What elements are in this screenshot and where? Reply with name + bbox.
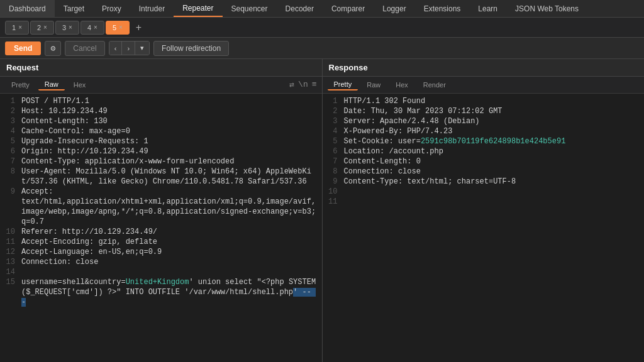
request-tab-pretty[interactable]: Pretty: [5, 80, 36, 90]
response-tab-raw[interactable]: Raw: [360, 80, 387, 90]
request-line-12: 12 Accept-Language: en-US,en;q=0.9: [0, 247, 322, 257]
tab-4-close[interactable]: ×: [94, 24, 97, 31]
request-code-area[interactable]: 1 POST / HTTP/1.1 2 Host: 10.129.234.49 …: [0, 94, 322, 362]
request-line-8: 8 User-Agent: Mozilla/5.0 (Windows NT 10…: [0, 167, 322, 187]
newline-icon[interactable]: \n: [298, 80, 308, 90]
request-tab-icons: ⇄ \n ≡: [289, 80, 316, 90]
request-line-4: 4 Cache-Control: max-age=0: [0, 126, 322, 136]
tab-4[interactable]: 4 ×: [80, 21, 104, 35]
tab-5-close[interactable]: ×: [119, 24, 123, 31]
response-tab-render[interactable]: Render: [417, 80, 452, 90]
response-sub-tabs: Pretty Raw Hex Render: [323, 77, 645, 94]
tab-1-close[interactable]: ×: [18, 24, 22, 31]
menu-dashboard[interactable]: Dashboard: [0, 0, 55, 17]
request-line-2: 2 Host: 10.129.234.49: [0, 106, 322, 116]
menu-comparer[interactable]: Comparer: [323, 0, 374, 17]
follow-redirect-button[interactable]: Follow redirection: [153, 41, 229, 56]
response-line-3: 3 Server: Apache/2.4.48 (Debian): [323, 116, 645, 126]
request-line-3: 3 Content-Length: 130: [0, 116, 322, 126]
response-line-2: 2 Date: Thu, 30 Mar 2023 07:12:02 GMT: [323, 106, 645, 116]
response-pane: Response Pretty Raw Hex Render 1 HTTP/1.…: [323, 59, 645, 362]
main-content: Request Pretty Raw Hex ⇄ \n ≡ 1 POST / H…: [0, 59, 644, 362]
request-sub-tabs: Pretty Raw Hex ⇄ \n ≡: [0, 77, 322, 94]
word-wrap-icon[interactable]: ⇄: [289, 80, 294, 90]
send-button[interactable]: Send: [5, 41, 41, 55]
menu-jwt[interactable]: JSON Web Tokens: [506, 0, 587, 17]
request-line-9: 9 Accept:: [0, 187, 322, 197]
response-tab-pretty[interactable]: Pretty: [328, 79, 358, 90]
nav-forward-button[interactable]: ›: [122, 41, 135, 55]
response-line-10: 10: [323, 187, 645, 197]
more-icon[interactable]: ≡: [312, 80, 317, 90]
response-line-5: 5 Set-Cookie: user=2591c98b70119fe624898…: [323, 136, 645, 146]
request-line-7: 7 Content-Type: application/x-www-form-u…: [0, 156, 322, 167]
response-line-7: 7 Content-Length: 0: [323, 156, 645, 167]
request-header: Request: [0, 59, 322, 77]
menu-decoder[interactable]: Decoder: [277, 0, 323, 17]
request-line-14: 14: [0, 267, 322, 277]
menu-intruder[interactable]: Intruder: [130, 0, 174, 17]
toolbar: Send ⚙ Cancel ‹ › ▾ Follow redirection: [0, 38, 644, 59]
tab-1[interactable]: 1 ×: [5, 21, 29, 35]
add-tab-button[interactable]: +: [131, 20, 147, 35]
tabs-bar: 1 × 2 × 3 × 4 × 5 × +: [0, 18, 644, 38]
request-line-9b: text/html,application/xhtml+xml,applicat…: [0, 197, 322, 227]
tab-5[interactable]: 5 ×: [106, 21, 130, 35]
request-line-1: 1 POST / HTTP/1.1: [0, 96, 322, 106]
request-line-10: 10 Referer: http://10.129.234.49/: [0, 227, 322, 237]
response-line-11: 11: [323, 197, 645, 207]
response-tab-hex[interactable]: Hex: [389, 80, 414, 90]
menu-proxy[interactable]: Proxy: [93, 0, 130, 17]
response-line-8: 8 Connection: close: [323, 167, 645, 177]
tab-3[interactable]: 3 ×: [55, 21, 79, 35]
request-line-15: 15 username=shell&country=United+Kingdom…: [0, 277, 322, 307]
menu-learn[interactable]: Learn: [469, 0, 506, 17]
response-line-9: 9 Content-Type: text/html; charset=UTF-8: [323, 177, 645, 187]
request-tab-hex[interactable]: Hex: [67, 80, 92, 90]
menu-repeater[interactable]: Repeater: [174, 0, 222, 17]
request-tab-raw[interactable]: Raw: [38, 79, 65, 90]
nav-back-button[interactable]: ‹: [109, 41, 123, 55]
response-header: Response: [323, 59, 645, 77]
request-line-6: 6 Origin: http://10.129.234.49: [0, 146, 322, 156]
response-line-1: 1 HTTP/1.1 302 Found: [323, 96, 645, 106]
menu-logger[interactable]: Logger: [374, 0, 414, 17]
request-title: Request: [6, 63, 38, 72]
response-title: Response: [329, 63, 368, 72]
request-line-5: 5 Upgrade-Insecure-Requests: 1: [0, 136, 322, 146]
request-pane: Request Pretty Raw Hex ⇄ \n ≡ 1 POST / H…: [0, 59, 323, 362]
menu-target[interactable]: Target: [55, 0, 93, 17]
request-line-13: 13 Connection: close: [0, 257, 322, 267]
menu-bar: Dashboard Target Proxy Intruder Repeater…: [0, 0, 644, 18]
tab-2-close[interactable]: ×: [43, 24, 47, 31]
menu-sequencer[interactable]: Sequencer: [223, 0, 277, 17]
request-line-11: 11 Accept-Encoding: gzip, deflate: [0, 237, 322, 247]
settings-icon[interactable]: ⚙: [45, 41, 61, 56]
nav-button-group: ‹ › ▾: [109, 41, 150, 55]
menu-extensions[interactable]: Extensions: [415, 0, 470, 17]
response-line-6: 6 Location: /account.php: [323, 146, 645, 156]
tab-2[interactable]: 2 ×: [30, 21, 54, 35]
response-code-area[interactable]: 1 HTTP/1.1 302 Found 2 Date: Thu, 30 Mar…: [323, 94, 645, 362]
cancel-button[interactable]: Cancel: [65, 41, 104, 56]
nav-dropdown-button[interactable]: ▾: [135, 41, 149, 55]
tab-3-close[interactable]: ×: [69, 24, 72, 31]
response-line-4: 4 X-Powered-By: PHP/7.4.23: [323, 126, 645, 136]
